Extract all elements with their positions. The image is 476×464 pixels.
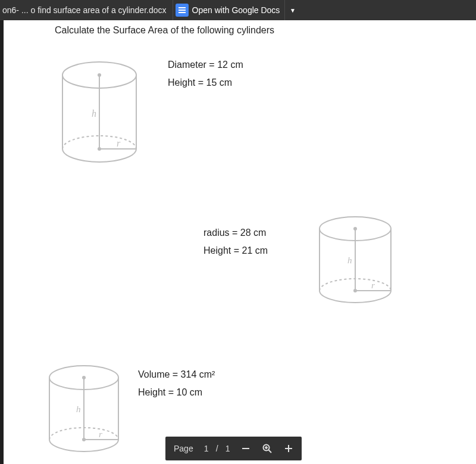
- problem-2: h r radius = 28 cm Height = 21 cm: [55, 214, 464, 363]
- svg-line-29: [268, 450, 271, 453]
- zoom-in-button[interactable]: [278, 437, 299, 460]
- left-gutter: [0, 20, 4, 464]
- problem-1: h r Diameter = 12 cm Height = 15 cm: [55, 60, 464, 214]
- svg-rect-27: [242, 448, 249, 449]
- svg-text:h: h: [347, 256, 352, 265]
- page-slash: /: [214, 444, 221, 453]
- svg-text:h: h: [76, 404, 81, 414]
- minus-icon: [242, 444, 250, 453]
- preview-topbar: on6- ... o find surface area of a cylind…: [0, 0, 476, 20]
- page-heading: Calculate the Surface Area of the follow…: [55, 25, 464, 36]
- open-with-button[interactable]: Open with Google Docs: [173, 0, 285, 20]
- svg-rect-33: [288, 445, 289, 452]
- page-toolbar: Page 1 / 1: [165, 437, 302, 460]
- zoom-reset-button[interactable]: [256, 437, 278, 460]
- p1-line1: Diameter = 12 cm: [168, 60, 243, 70]
- cylinder-figure-2: h r: [311, 214, 400, 310]
- page-current[interactable]: 1: [199, 444, 214, 453]
- p3-line2: Height = 10 cm: [138, 387, 202, 398]
- google-docs-icon: [176, 4, 189, 17]
- p2-line2: Height = 21 cm: [203, 245, 268, 256]
- p3-line1: Volume = 314 cm²: [138, 369, 215, 380]
- svg-text:r: r: [99, 429, 102, 439]
- cylinder-figure-1: h r: [55, 60, 144, 167]
- filename-label: on6- ... o find surface area of a cylind…: [0, 5, 173, 15]
- magnifier-icon: [262, 443, 273, 454]
- open-with-caret[interactable]: ▼: [284, 0, 300, 20]
- svg-text:r: r: [371, 281, 375, 290]
- page-label: Page: [168, 444, 199, 453]
- svg-text:r: r: [117, 138, 121, 148]
- zoom-out-button[interactable]: [235, 437, 256, 460]
- page-total: 1: [221, 444, 235, 453]
- open-with-group: Open with Google Docs ▼: [173, 0, 300, 20]
- p2-line1: radius = 28 cm: [203, 228, 266, 238]
- document-page: Calculate the Surface Area of the follow…: [0, 20, 476, 459]
- open-with-label: Open with Google Docs: [192, 5, 280, 15]
- svg-text:h: h: [92, 108, 96, 119]
- plus-icon: [284, 444, 293, 453]
- p1-line2: Height = 15 cm: [168, 77, 232, 88]
- cylinder-figure-3: h r: [39, 363, 129, 459]
